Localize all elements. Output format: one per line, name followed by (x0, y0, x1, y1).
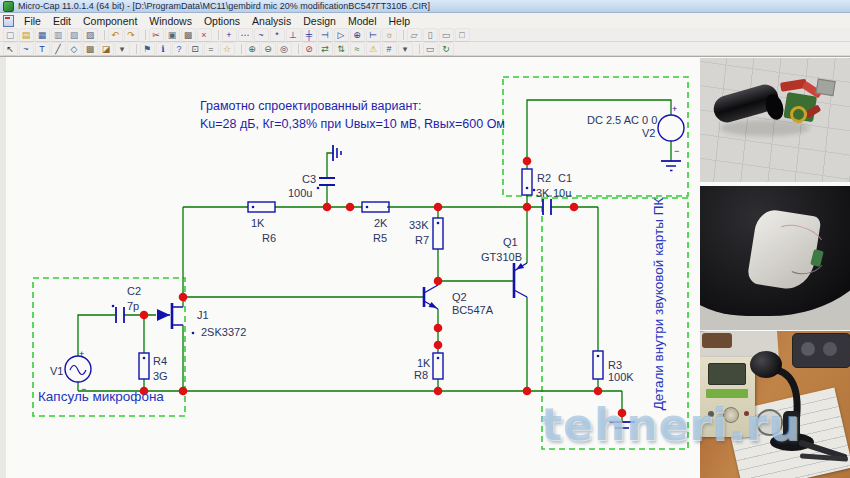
warning-icon[interactable]: ⚠ (366, 42, 381, 56)
paste-icon[interactable]: ▩ (181, 28, 196, 42)
component-arrows: + − + − (79, 104, 679, 394)
swap-horizontal-icon[interactable]: ⇄ (318, 42, 333, 56)
j1-label: J1 (197, 309, 209, 321)
info-icon[interactable]: ℹ (156, 42, 171, 56)
q1-emitter-arrow-icon (516, 263, 524, 270)
help-icon[interactable]: ? (172, 42, 187, 56)
c3-label: C3 (302, 173, 316, 185)
text-tool-icon[interactable]: T (35, 42, 50, 56)
v2-value: DC 2.5 AC 0 0 (587, 114, 657, 126)
menu-analysis[interactable]: Analysis (246, 15, 297, 27)
diode-icon[interactable]: ▷ (334, 28, 349, 42)
zoom-out-icon[interactable]: ⊖ (261, 42, 276, 56)
title-bar[interactable]: Micro-Cap 11.0.1.4 (64 bit) - [D:\Progra… (0, 0, 850, 13)
new-file-icon[interactable]: ▢ (3, 28, 18, 42)
component-v2-source (658, 115, 684, 141)
brush-tool-icon[interactable]: ◪ (99, 42, 114, 56)
menu-help[interactable]: Help (383, 15, 417, 27)
lamp-icon[interactable]: ☼ (382, 28, 397, 42)
r4-label: R4 (153, 355, 167, 367)
close-file-icon[interactable]: ▥ (51, 28, 66, 42)
node-numbers-icon[interactable]: ⊡ (188, 42, 203, 56)
document-icon[interactable] (3, 15, 14, 27)
copy-icon[interactable]: ▣ (165, 28, 180, 42)
toolbar-row-2: ↖~T╱◇▩◪▾⚑ℹ?⊡=☆⊕⊖◎⊘⇄⇅≈⚠#▾▭↻ (0, 42, 850, 56)
r5-label: R5 (373, 232, 387, 244)
star-node-icon[interactable]: * (270, 28, 285, 42)
toolbar-separator (237, 44, 242, 54)
c2-value: 7p (127, 300, 139, 312)
tool-dropdown-icon[interactable]: ▾ (115, 42, 130, 56)
ground-icon[interactable]: ⊥ (286, 28, 301, 42)
undo-icon[interactable]: ↶ (108, 28, 123, 42)
source-icon[interactable]: ⊕ (350, 28, 365, 42)
tile-vertical-icon[interactable]: ▯ (423, 28, 438, 42)
pan-icon[interactable]: ◎ (277, 42, 292, 56)
menu-component[interactable]: Component (77, 15, 143, 27)
annotation-line-2: Ku=28 дБ, Кг=0,38% при Uвых=10 мВ, Rвых=… (200, 117, 505, 131)
maximize-window-icon[interactable]: □ (455, 28, 470, 42)
toolbar-separator (100, 30, 105, 40)
border-icon[interactable]: ▭ (423, 42, 438, 56)
grid-dropdown-icon[interactable]: ▾ (398, 42, 413, 56)
add-component-icon[interactable]: + (222, 28, 237, 42)
r6-value: 1K (251, 217, 265, 229)
picture-tool-icon[interactable]: ▩ (83, 42, 98, 56)
sine-source-icon[interactable]: ~ (254, 28, 269, 42)
zoom-in-icon[interactable]: ⊕ (245, 42, 260, 56)
toolbar-separator (214, 30, 219, 40)
ripple-icon[interactable]: ≈ (350, 42, 365, 56)
save-icon[interactable]: ▦ (35, 28, 50, 42)
polygon-tool-icon[interactable]: ◇ (67, 42, 82, 56)
toolbar-row-1: ▢▤▦▥▧▨↶↷✂▣▩×+⋯~*⊥╪⊣▷⊕⊢☼▱▯▭□ (0, 28, 850, 42)
menu-model[interactable]: Model (342, 15, 383, 27)
menu-options[interactable]: Options (198, 15, 246, 27)
q2-emitter-arrow-icon (429, 302, 438, 308)
cascade-windows-icon[interactable]: ▱ (407, 28, 422, 42)
r7-label: R7 (415, 234, 429, 246)
menu-windows[interactable]: Windows (143, 15, 198, 27)
wire-tool-icon[interactable]: ~ (19, 42, 34, 56)
print-icon[interactable]: ▨ (83, 28, 98, 42)
photo-mic-capsule (700, 58, 850, 182)
delete-icon[interactable]: × (197, 28, 212, 42)
resistor-icon[interactable]: ╪ (302, 28, 317, 42)
refresh-icon[interactable]: ↻ (439, 42, 454, 56)
r2-value: 3K (536, 187, 550, 199)
menu-design[interactable]: Design (297, 15, 342, 27)
r2-label: R2 (537, 172, 551, 184)
v2-ground-icon (661, 161, 681, 171)
swap-vertical-icon[interactable]: ⇅ (334, 42, 349, 56)
toolbar-separator (294, 44, 299, 54)
tile-horizontal-icon[interactable]: ▭ (439, 28, 454, 42)
menu-edit[interactable]: Edit (47, 15, 77, 27)
c3-value: 100u (288, 187, 312, 199)
r6-label: R6 (262, 232, 276, 244)
no-connect-icon[interactable]: ⊘ (302, 42, 317, 56)
diagonal-wire-icon[interactable]: ╱ (51, 42, 66, 56)
annotation-text: Грамотно спроектированный вариант: Ku=28… (200, 99, 505, 131)
r3-label: R3 (608, 359, 622, 371)
toolbar-separator (141, 30, 146, 40)
favorites-icon[interactable]: ☆ (220, 42, 235, 56)
component-c2-capacitor (116, 307, 124, 323)
capacitor-icon[interactable]: ⊣ (318, 28, 333, 42)
flag-icon[interactable]: ⚑ (140, 42, 155, 56)
component-v1-source (65, 356, 91, 382)
c2-label: C2 (127, 285, 141, 297)
component-c1-capacitor (543, 199, 551, 215)
print-preview-icon[interactable]: ▧ (67, 28, 82, 42)
component-r2-resistor (522, 169, 532, 195)
redo-icon[interactable]: ↷ (124, 28, 139, 42)
measure-icon[interactable]: = (204, 42, 219, 56)
grid-icon[interactable]: # (382, 42, 397, 56)
dots-wire-icon[interactable]: ⋯ (238, 28, 253, 42)
open-file-icon[interactable]: ▤ (19, 28, 34, 42)
cut-icon[interactable]: ✂ (149, 28, 164, 42)
circuit-board-shape (773, 77, 827, 128)
v1-label: V1 (50, 365, 63, 377)
select-arrow-icon[interactable]: ↖ (3, 42, 18, 56)
probe-icon[interactable]: ⊢ (366, 28, 381, 42)
menu-file[interactable]: File (18, 15, 47, 27)
q1-label: Q1 (503, 236, 518, 248)
